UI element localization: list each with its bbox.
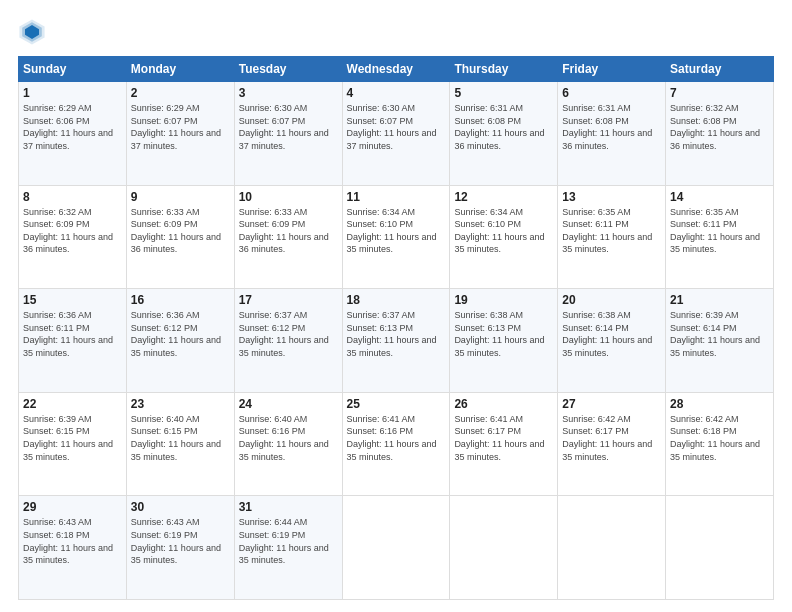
day-number: 8 xyxy=(23,190,122,204)
day-number: 23 xyxy=(131,397,230,411)
calendar-cell: 1 Sunrise: 6:29 AMSunset: 6:06 PMDayligh… xyxy=(19,82,127,186)
calendar-cell: 5 Sunrise: 6:31 AMSunset: 6:08 PMDayligh… xyxy=(450,82,558,186)
day-info: Sunrise: 6:33 AMSunset: 6:09 PMDaylight:… xyxy=(131,207,221,255)
weekday-header-wednesday: Wednesday xyxy=(342,57,450,82)
day-number: 17 xyxy=(239,293,338,307)
day-info: Sunrise: 6:36 AMSunset: 6:11 PMDaylight:… xyxy=(23,310,113,358)
weekday-header-sunday: Sunday xyxy=(19,57,127,82)
day-info: Sunrise: 6:41 AMSunset: 6:16 PMDaylight:… xyxy=(347,414,437,462)
day-info: Sunrise: 6:35 AMSunset: 6:11 PMDaylight:… xyxy=(562,207,652,255)
day-number: 31 xyxy=(239,500,338,514)
calendar-cell: 8 Sunrise: 6:32 AMSunset: 6:09 PMDayligh… xyxy=(19,185,127,289)
weekday-header-tuesday: Tuesday xyxy=(234,57,342,82)
day-info: Sunrise: 6:32 AMSunset: 6:09 PMDaylight:… xyxy=(23,207,113,255)
calendar-cell: 25 Sunrise: 6:41 AMSunset: 6:16 PMDaylig… xyxy=(342,392,450,496)
calendar-cell: 12 Sunrise: 6:34 AMSunset: 6:10 PMDaylig… xyxy=(450,185,558,289)
calendar-cell: 30 Sunrise: 6:43 AMSunset: 6:19 PMDaylig… xyxy=(126,496,234,600)
day-info: Sunrise: 6:36 AMSunset: 6:12 PMDaylight:… xyxy=(131,310,221,358)
calendar-week-row: 1 Sunrise: 6:29 AMSunset: 6:06 PMDayligh… xyxy=(19,82,774,186)
day-info: Sunrise: 6:30 AMSunset: 6:07 PMDaylight:… xyxy=(239,103,329,151)
calendar-cell: 29 Sunrise: 6:43 AMSunset: 6:18 PMDaylig… xyxy=(19,496,127,600)
day-info: Sunrise: 6:31 AMSunset: 6:08 PMDaylight:… xyxy=(454,103,544,151)
day-info: Sunrise: 6:32 AMSunset: 6:08 PMDaylight:… xyxy=(670,103,760,151)
day-info: Sunrise: 6:40 AMSunset: 6:16 PMDaylight:… xyxy=(239,414,329,462)
weekday-header-monday: Monday xyxy=(126,57,234,82)
calendar-cell: 6 Sunrise: 6:31 AMSunset: 6:08 PMDayligh… xyxy=(558,82,666,186)
day-info: Sunrise: 6:34 AMSunset: 6:10 PMDaylight:… xyxy=(454,207,544,255)
day-number: 9 xyxy=(131,190,230,204)
weekday-header-friday: Friday xyxy=(558,57,666,82)
calendar-cell: 3 Sunrise: 6:30 AMSunset: 6:07 PMDayligh… xyxy=(234,82,342,186)
day-number: 6 xyxy=(562,86,661,100)
day-number: 12 xyxy=(454,190,553,204)
day-number: 16 xyxy=(131,293,230,307)
calendar-week-row: 15 Sunrise: 6:36 AMSunset: 6:11 PMDaylig… xyxy=(19,289,774,393)
calendar-cell: 22 Sunrise: 6:39 AMSunset: 6:15 PMDaylig… xyxy=(19,392,127,496)
day-info: Sunrise: 6:38 AMSunset: 6:14 PMDaylight:… xyxy=(562,310,652,358)
day-info: Sunrise: 6:37 AMSunset: 6:13 PMDaylight:… xyxy=(347,310,437,358)
calendar-cell xyxy=(342,496,450,600)
day-info: Sunrise: 6:43 AMSunset: 6:19 PMDaylight:… xyxy=(131,517,221,565)
day-info: Sunrise: 6:37 AMSunset: 6:12 PMDaylight:… xyxy=(239,310,329,358)
weekday-header-saturday: Saturday xyxy=(666,57,774,82)
day-info: Sunrise: 6:38 AMSunset: 6:13 PMDaylight:… xyxy=(454,310,544,358)
day-info: Sunrise: 6:29 AMSunset: 6:07 PMDaylight:… xyxy=(131,103,221,151)
day-number: 26 xyxy=(454,397,553,411)
day-info: Sunrise: 6:43 AMSunset: 6:18 PMDaylight:… xyxy=(23,517,113,565)
day-number: 18 xyxy=(347,293,446,307)
day-number: 25 xyxy=(347,397,446,411)
day-number: 30 xyxy=(131,500,230,514)
calendar-cell: 15 Sunrise: 6:36 AMSunset: 6:11 PMDaylig… xyxy=(19,289,127,393)
calendar-week-row: 22 Sunrise: 6:39 AMSunset: 6:15 PMDaylig… xyxy=(19,392,774,496)
day-info: Sunrise: 6:39 AMSunset: 6:15 PMDaylight:… xyxy=(23,414,113,462)
calendar-cell: 24 Sunrise: 6:40 AMSunset: 6:16 PMDaylig… xyxy=(234,392,342,496)
day-info: Sunrise: 6:44 AMSunset: 6:19 PMDaylight:… xyxy=(239,517,329,565)
day-number: 10 xyxy=(239,190,338,204)
day-number: 19 xyxy=(454,293,553,307)
day-number: 11 xyxy=(347,190,446,204)
day-number: 14 xyxy=(670,190,769,204)
calendar-week-row: 8 Sunrise: 6:32 AMSunset: 6:09 PMDayligh… xyxy=(19,185,774,289)
header xyxy=(18,18,774,46)
day-number: 7 xyxy=(670,86,769,100)
calendar-cell xyxy=(558,496,666,600)
logo-icon xyxy=(18,18,46,46)
calendar-cell: 28 Sunrise: 6:42 AMSunset: 6:18 PMDaylig… xyxy=(666,392,774,496)
calendar-cell: 31 Sunrise: 6:44 AMSunset: 6:19 PMDaylig… xyxy=(234,496,342,600)
calendar-cell: 21 Sunrise: 6:39 AMSunset: 6:14 PMDaylig… xyxy=(666,289,774,393)
day-number: 5 xyxy=(454,86,553,100)
day-info: Sunrise: 6:30 AMSunset: 6:07 PMDaylight:… xyxy=(347,103,437,151)
day-number: 27 xyxy=(562,397,661,411)
page: SundayMondayTuesdayWednesdayThursdayFrid… xyxy=(0,0,792,612)
day-info: Sunrise: 6:41 AMSunset: 6:17 PMDaylight:… xyxy=(454,414,544,462)
day-info: Sunrise: 6:35 AMSunset: 6:11 PMDaylight:… xyxy=(670,207,760,255)
weekday-header-row: SundayMondayTuesdayWednesdayThursdayFrid… xyxy=(19,57,774,82)
calendar-week-row: 29 Sunrise: 6:43 AMSunset: 6:18 PMDaylig… xyxy=(19,496,774,600)
calendar-cell: 14 Sunrise: 6:35 AMSunset: 6:11 PMDaylig… xyxy=(666,185,774,289)
logo xyxy=(18,18,48,46)
day-number: 2 xyxy=(131,86,230,100)
calendar-cell: 17 Sunrise: 6:37 AMSunset: 6:12 PMDaylig… xyxy=(234,289,342,393)
day-info: Sunrise: 6:39 AMSunset: 6:14 PMDaylight:… xyxy=(670,310,760,358)
calendar-cell: 20 Sunrise: 6:38 AMSunset: 6:14 PMDaylig… xyxy=(558,289,666,393)
day-number: 22 xyxy=(23,397,122,411)
day-info: Sunrise: 6:33 AMSunset: 6:09 PMDaylight:… xyxy=(239,207,329,255)
calendar-cell: 7 Sunrise: 6:32 AMSunset: 6:08 PMDayligh… xyxy=(666,82,774,186)
day-number: 4 xyxy=(347,86,446,100)
day-number: 13 xyxy=(562,190,661,204)
calendar-cell: 26 Sunrise: 6:41 AMSunset: 6:17 PMDaylig… xyxy=(450,392,558,496)
day-number: 1 xyxy=(23,86,122,100)
day-info: Sunrise: 6:40 AMSunset: 6:15 PMDaylight:… xyxy=(131,414,221,462)
day-info: Sunrise: 6:42 AMSunset: 6:18 PMDaylight:… xyxy=(670,414,760,462)
day-number: 3 xyxy=(239,86,338,100)
calendar-table: SundayMondayTuesdayWednesdayThursdayFrid… xyxy=(18,56,774,600)
calendar-cell: 16 Sunrise: 6:36 AMSunset: 6:12 PMDaylig… xyxy=(126,289,234,393)
day-info: Sunrise: 6:31 AMSunset: 6:08 PMDaylight:… xyxy=(562,103,652,151)
weekday-header-thursday: Thursday xyxy=(450,57,558,82)
calendar-cell xyxy=(666,496,774,600)
day-info: Sunrise: 6:29 AMSunset: 6:06 PMDaylight:… xyxy=(23,103,113,151)
calendar-cell: 13 Sunrise: 6:35 AMSunset: 6:11 PMDaylig… xyxy=(558,185,666,289)
calendar-cell: 2 Sunrise: 6:29 AMSunset: 6:07 PMDayligh… xyxy=(126,82,234,186)
calendar-cell xyxy=(450,496,558,600)
calendar-cell: 19 Sunrise: 6:38 AMSunset: 6:13 PMDaylig… xyxy=(450,289,558,393)
